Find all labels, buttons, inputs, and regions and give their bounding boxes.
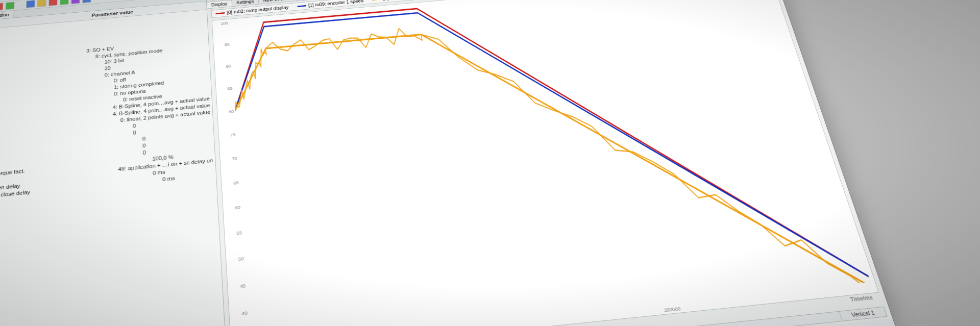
tree-value: 0 bbox=[142, 143, 146, 149]
tree-value: 20 bbox=[105, 65, 111, 71]
toolbar-button[interactable] bbox=[26, 0, 35, 8]
toolbar-button[interactable] bbox=[82, 0, 91, 3]
tree-value: 0 bbox=[133, 130, 136, 136]
chart-lines bbox=[229, 0, 871, 326]
scope-tab[interactable]: Settings bbox=[232, 0, 259, 6]
toolbar-button[interactable] bbox=[6, 2, 15, 10]
toolbar-button[interactable] bbox=[60, 0, 68, 5]
chart-area[interactable]: 10095908580757065605550454035 3000003500… bbox=[212, 0, 879, 326]
legend-label: [0] ru02: ramp output display bbox=[227, 5, 288, 15]
legend-swatch bbox=[215, 12, 224, 14]
app-window: …red for KSB Antriebstechnik: Karl E. Br… bbox=[0, 0, 896, 326]
tree-value: 0 bbox=[133, 123, 136, 129]
tree-value: 0 ms bbox=[153, 169, 165, 176]
x-label: Time/ms bbox=[850, 294, 874, 303]
scope-icon bbox=[210, 0, 217, 1]
plot-area bbox=[229, 0, 871, 326]
tree-value: 0: off bbox=[114, 77, 126, 84]
toolbar-button[interactable] bbox=[48, 0, 58, 6]
legend-swatch bbox=[297, 5, 306, 7]
toolbar-button[interactable] bbox=[37, 0, 46, 7]
tree-value: 0 bbox=[142, 149, 146, 156]
left-panel: Documents Online Wizards Information Par… bbox=[0, 0, 229, 326]
tree-value: 0 ms bbox=[162, 175, 175, 183]
parameter-tree[interactable]: Parameter…city mode…drive specif. contro… bbox=[0, 10, 216, 215]
legend-label: [1] ru09: encoder 1 speed bbox=[308, 0, 364, 8]
toolbar-button[interactable] bbox=[0, 3, 3, 11]
tree-value: 0 bbox=[142, 136, 146, 142]
toolbar-button[interactable] bbox=[71, 0, 80, 4]
right-panel: 20150513 Infeed Test with Material 2265r… bbox=[206, 0, 893, 326]
vertical-label: Vertical 1 bbox=[839, 307, 887, 321]
legend-swatch bbox=[372, 0, 381, 1]
